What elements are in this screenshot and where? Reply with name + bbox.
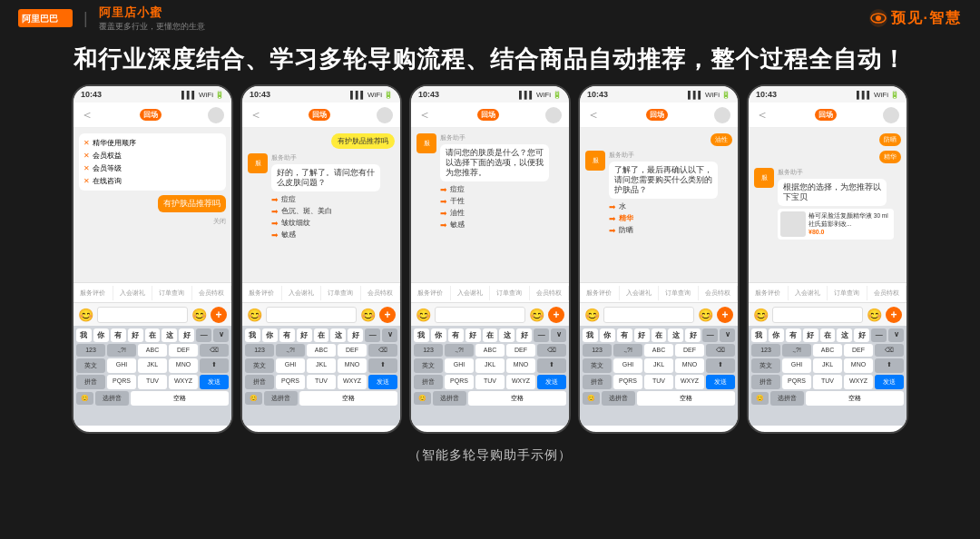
chat-area-1: ✕ 精华使用顺序 ✕ 会员权益 ✕ 会员等级 ✕ 在线咨询 有护肤品推荐吗 xyxy=(74,128,231,282)
keyboard-1: 我 你 有 好 在 这 好 — ∨ 123 .,?! ABC DEF ⌫ 英文 … xyxy=(74,326,231,426)
status-bar-1: 10:43 ▌▌▌ WiFi 🔋 xyxy=(74,86,231,103)
chat-area-5: 防晒 精华 服 服务助手 根据您的选择，为您推荐以下宝贝 椿可采脸活复颜精华液 … xyxy=(749,128,906,282)
product-card: 椿可采脸活复颜精华液 30 ml 社氏茹影剥改... ¥80.0 xyxy=(778,209,894,240)
svg-text:阿里巴巴: 阿里巴巴 xyxy=(22,14,58,24)
phone-1: 10:43 ▌▌▌ WiFi 🔋 ＜ 回场 ✕ 精华使用顺序 ✕ xyxy=(72,84,233,434)
main-title: 和行业深度结合、学习多轮导购流程、结合商品自动推荐，整个过程全自动！ xyxy=(0,36,980,84)
right-logo-area: 预见·智慧 xyxy=(868,8,962,28)
bottom-tabs-3: 服务评价 入会谢礼 订单查询 会员特权 xyxy=(411,282,569,302)
bottom-tabs-5: 服务评价 入会谢礼 订单查询 会员特权 xyxy=(749,282,906,302)
nav-bar-5: ＜ 回场 xyxy=(749,103,906,128)
store-title: 阿里店小蜜 xyxy=(99,5,162,21)
phone-2: 10:43 ▌▌▌ WiFi 🔋 ＜ 回场 有护肤品推荐吗 服 服务助手 好的，… xyxy=(240,84,402,434)
text-input-1[interactable] xyxy=(97,307,188,323)
phone-3: 10:43 ▌▌▌ WiFi 🔋 ＜ 回场 服 服务助手 请问您的肤质是什么？您… xyxy=(409,84,571,434)
text-input-2[interactable] xyxy=(266,307,357,323)
keyboard-4: 我 你 有 好 在 这 好 — ∨ 123 .,?! ABC DEF ⌫ 英文 … xyxy=(580,326,738,426)
nav-bar-4: ＜ 回场 xyxy=(580,103,738,128)
chat-area-2: 有护肤品推荐吗 服 服务助手 好的，了解了。请问您有什么皮肤问题？ ➡痘痘 ➡色… xyxy=(242,128,400,282)
chat-area-3: 服 服务助手 请问您的肤质是什么？您可以选择下面的选项，以便我为您推荐。 ➡痘痘… xyxy=(411,128,569,282)
right-brand: 预见·智慧 xyxy=(891,9,962,28)
nav-avatar xyxy=(208,107,224,123)
status-bar-5: 10:43 ▌▌▌ WiFi 🔋 xyxy=(749,86,906,103)
phones-container: 10:43 ▌▌▌ WiFi 🔋 ＜ 回场 ✕ 精华使用顺序 ✕ xyxy=(0,84,980,438)
logo-divider: | xyxy=(83,9,88,28)
subtitle: （智能多轮导购助手示例） xyxy=(0,438,980,469)
keyboard-2: 我 你 有 好 在 这 好 — ∨ 123 .,?! ABC DEF ⌫ 英文 … xyxy=(242,326,400,426)
header-logos: 阿里巴巴 | 阿里店小蜜 覆盖更多行业，更懂您的生意 xyxy=(18,5,205,33)
nav-bar-3: ＜ 回场 xyxy=(411,103,569,128)
store-tagline: 覆盖更多行业，更懂您的生意 xyxy=(99,21,205,33)
status-bar-2: 10:43 ▌▌▌ WiFi 🔋 xyxy=(242,86,400,103)
text-input-5[interactable] xyxy=(772,307,863,323)
user-msg: 有护肤品推荐吗 xyxy=(79,195,226,212)
svg-point-4 xyxy=(876,15,881,21)
status-bar-4: 10:43 ▌▌▌ WiFi 🔋 xyxy=(580,86,738,103)
input-row-1: 😊 😊 + xyxy=(74,302,231,326)
status-bar-3: 10:43 ▌▌▌ WiFi 🔋 xyxy=(411,86,569,103)
input-row-3: 😊 😊 + xyxy=(411,302,569,326)
text-input-3[interactable] xyxy=(435,307,525,323)
keyboard-3: 我 你 有 好 在 这 好 — ∨ 123 .,?! ABC DEF ⌫ 英文 … xyxy=(411,326,569,426)
bottom-tabs-4: 服务评价 入会谢礼 订单查询 会员特权 xyxy=(580,282,738,302)
text-input-4[interactable] xyxy=(603,307,694,323)
alibaba-icon: 阿里巴巴 xyxy=(18,9,73,27)
header: 阿里巴巴 | 阿里店小蜜 覆盖更多行业，更懂您的生意 预见·智慧 xyxy=(0,0,980,36)
input-row-5: 😊 😊 + xyxy=(749,302,906,326)
nav-bar-1: ＜ 回场 xyxy=(74,103,231,128)
input-row-4: 😊 😊 + xyxy=(580,302,738,326)
chat-area-4: 油性 服 服务助手 了解了，最后再确认以下，请问您需要购买什么类别的护肤品？ ➡… xyxy=(580,128,738,282)
phone-5: 10:43 ▌▌▌ WiFi 🔋 ＜ 回场 防晒 精华 服 xyxy=(747,84,908,434)
alibaba-logo: 阿里巴巴 xyxy=(18,9,73,27)
phone-4: 10:43 ▌▌▌ WiFi 🔋 ＜ 回场 油性 服 服务助手 了解了，最后再确… xyxy=(578,84,740,434)
nav-bar-2: ＜ 回场 xyxy=(242,103,400,128)
input-row-2: 😊 😊 + xyxy=(242,302,400,326)
keyboard-5: 我 你 有 好 在 这 好 — ∨ 123 .,?! ABC DEF ⌫ 英文 … xyxy=(749,326,906,426)
logo-eye-icon xyxy=(868,8,888,28)
bottom-tabs-1: 服务评价 入会谢礼 订单查询 会员特权 xyxy=(74,282,231,302)
bottom-tabs-2: 服务评价 入会谢礼 订单查询 会员特权 xyxy=(242,282,400,302)
store-info: 阿里店小蜜 覆盖更多行业，更懂您的生意 xyxy=(99,5,205,33)
